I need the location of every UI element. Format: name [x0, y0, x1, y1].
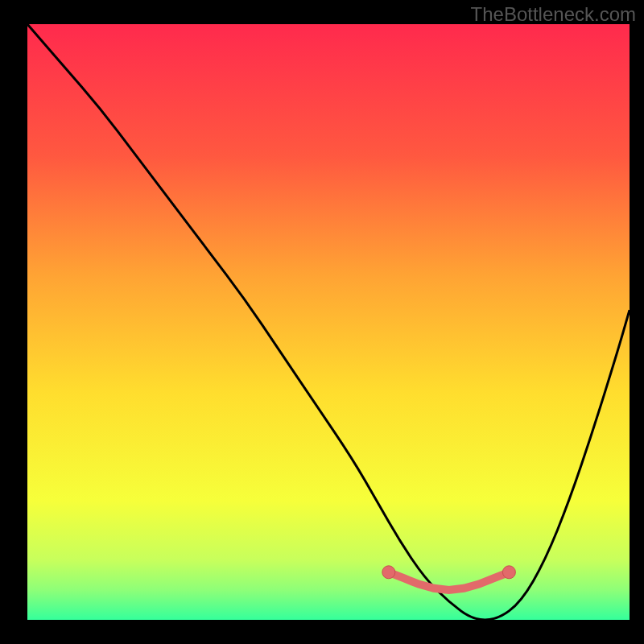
- bottleneck-chart: [0, 0, 644, 644]
- chart-container: TheBottleneck.com: [0, 0, 644, 644]
- optimal-range-endpoint: [382, 566, 395, 579]
- watermark-text: TheBottleneck.com: [471, 3, 636, 26]
- chart-gradient-background: [27, 24, 630, 620]
- optimal-range-endpoint: [502, 566, 515, 579]
